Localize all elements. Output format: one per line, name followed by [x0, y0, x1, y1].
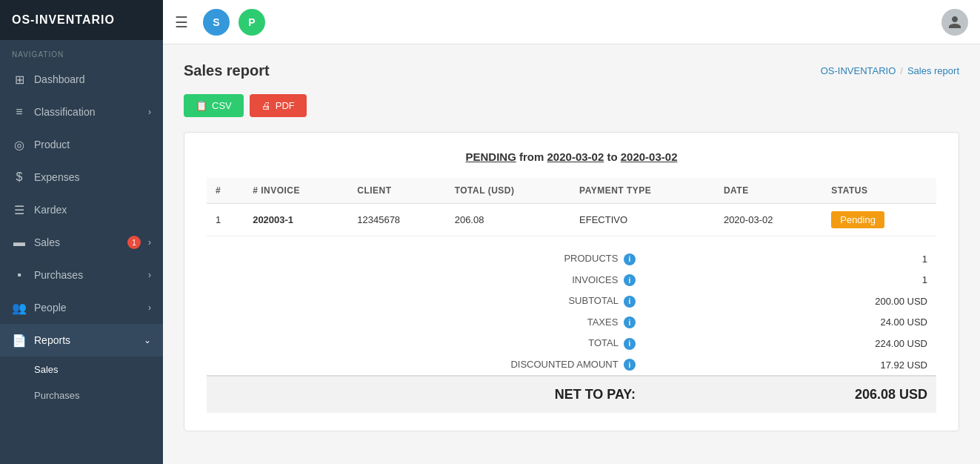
people-icon: 👥 [12, 300, 27, 315]
sales-icon: ▬ [12, 235, 27, 250]
app-logo: OS-INVENTARIO [0, 0, 163, 40]
topbar: ☰ S P [163, 0, 980, 44]
summary-label: TOTAL i [207, 333, 644, 354]
pdf-label: PDF [276, 100, 295, 111]
summary-value: 200.00 USD [644, 291, 936, 312]
info-icon[interactable]: i [624, 316, 636, 328]
summary-label: TAXES i [207, 312, 644, 334]
cell-payment: EFECTIVO [570, 204, 715, 236]
breadcrumb-separator: / [900, 65, 903, 76]
table-header-row: # # INVOICE CLIENT TOTAL (USD) PAYMENT T… [207, 178, 936, 204]
breadcrumb-current: Sales report [907, 65, 959, 76]
info-icon[interactable]: i [624, 338, 636, 350]
col-status: STATUS [822, 178, 936, 204]
sidebar-item-dashboard[interactable]: ⊞ Dashboard [0, 63, 163, 96]
expenses-icon: $ [12, 170, 27, 185]
cell-date: 2020-03-02 [715, 204, 822, 236]
summary-row: SUBTOTAL i 200.00 USD [207, 291, 936, 312]
sales-badge: 1 [127, 236, 141, 249]
summary-value: 24.00 USD [644, 312, 936, 334]
pending-label: PENDING [466, 150, 516, 163]
breadcrumb-home[interactable]: OS-INVENTARIO [821, 65, 896, 76]
sidebar-item-product[interactable]: ◎ Product [0, 128, 163, 161]
col-num: # [207, 178, 244, 204]
date-start[interactable]: 2020-03-02 [547, 150, 604, 163]
summary-value: 224.00 USD [644, 333, 936, 354]
net-to-pay-label: NET TO PAY: [207, 376, 644, 413]
sidebar-item-label: Product [34, 139, 151, 150]
col-total: TOTAL (USD) [446, 178, 570, 204]
report-table: # # INVOICE CLIENT TOTAL (USD) PAYMENT T… [207, 178, 936, 236]
info-icon[interactable]: i [624, 296, 636, 308]
date-end[interactable]: 2020-03-02 [621, 150, 678, 163]
sidebar-item-label: Purchases [34, 269, 141, 281]
avatar-s[interactable]: S [203, 9, 230, 36]
sidebar-item-sales[interactable]: ▬ Sales 1 › [0, 226, 163, 259]
sidebar-item-label: Reports [34, 334, 136, 346]
dashboard-icon: ⊞ [12, 72, 27, 87]
cell-client: 12345678 [348, 204, 445, 236]
info-icon[interactable]: i [624, 253, 636, 265]
page-title: Sales report [184, 62, 270, 79]
sidebar-item-label: Sales [34, 236, 120, 248]
page-header: Sales report OS-INVENTARIO / Sales repor… [184, 62, 959, 79]
col-payment: PAYMENT TYPE [570, 178, 715, 204]
info-icon[interactable]: i [624, 359, 636, 371]
table-row: 1 202003-1 12345678 206.08 EFECTIVO 2020… [207, 204, 936, 236]
sidebar-item-label: Expenses [34, 171, 151, 183]
sidebar-item-people[interactable]: 👥 People › [0, 291, 163, 324]
pdf-icon: 🖨 [261, 100, 271, 111]
sidebar-item-purchases[interactable]: ▪ Purchases › [0, 259, 163, 291]
avatar-p[interactable]: P [239, 9, 265, 36]
summary-value: 1 [644, 270, 936, 291]
classification-icon: ≡ [12, 105, 27, 119]
csv-button[interactable]: 📋 CSV [184, 94, 244, 117]
summary-row: PRODUCTS i 1 [207, 248, 936, 270]
summary-label: DISCOUNTED AMOUNT i [207, 354, 644, 377]
cell-invoice: 202003-1 [244, 204, 348, 236]
sidebar-item-classification[interactable]: ≡ Classification › [0, 96, 163, 128]
sidebar-item-label: Kardex [34, 204, 151, 216]
summary-label: PRODUCTS i [207, 248, 644, 270]
purchases-icon: ▪ [12, 268, 27, 282]
breadcrumb: OS-INVENTARIO / Sales report [821, 65, 959, 76]
sidebar-item-reports[interactable]: 📄 Reports ⌄ [0, 324, 163, 357]
status-badge: Pending [831, 211, 884, 228]
summary-label: INVOICES i [207, 270, 644, 291]
pdf-button[interactable]: 🖨 PDF [250, 94, 307, 117]
kardex-icon: ☰ [12, 202, 27, 217]
chevron-right-icon: › [148, 237, 151, 248]
cell-status: Pending [822, 204, 936, 236]
sidebar-item-kardex[interactable]: ☰ Kardex [0, 193, 163, 226]
col-invoice: # INVOICE [244, 178, 348, 204]
sidebar-item-label: People [34, 302, 141, 314]
info-icon[interactable]: i [624, 274, 636, 286]
sidebar-sub-item-purchases[interactable]: Purchases [0, 382, 163, 408]
reports-icon: 📄 [12, 333, 27, 348]
sidebar-sub-item-sales[interactable]: Sales [0, 357, 163, 382]
summary-label: SUBTOTAL i [207, 291, 644, 312]
from-label: from [519, 150, 547, 163]
summary-table: PRODUCTS i 1 INVOICES i 1 SUBTOTAL i 200… [207, 248, 936, 413]
sub-item-label: Sales [34, 364, 59, 375]
sub-item-label: Purchases [34, 390, 79, 401]
summary-row: INVOICES i 1 [207, 270, 936, 291]
sidebar-item-label: Dashboard [34, 73, 151, 85]
sidebar-item-expenses[interactable]: $ Expenses [0, 161, 163, 193]
net-to-pay-value: 206.08 USD [644, 376, 936, 413]
chevron-right-icon: › [148, 107, 151, 117]
sidebar-item-label: Classification [34, 106, 141, 118]
report-heading: PENDING from 2020-03-02 to 2020-03-02 [207, 150, 936, 163]
cell-num: 1 [207, 204, 244, 236]
chevron-down-icon: ⌄ [144, 335, 151, 345]
user-icon[interactable] [941, 9, 968, 36]
to-label: to [607, 150, 620, 163]
menu-icon[interactable]: ☰ [175, 13, 188, 31]
summary-row: TOTAL i 224.00 USD [207, 333, 936, 354]
summary-row: TAXES i 24.00 USD [207, 312, 936, 334]
chevron-right-icon: › [148, 270, 151, 280]
chevron-right-icon: › [148, 302, 151, 313]
cell-total: 206.08 [446, 204, 570, 236]
summary-value: 17.92 USD [644, 354, 936, 377]
sidebar: OS-INVENTARIO NAVIGATION ⊞ Dashboard ≡ C… [0, 0, 163, 464]
